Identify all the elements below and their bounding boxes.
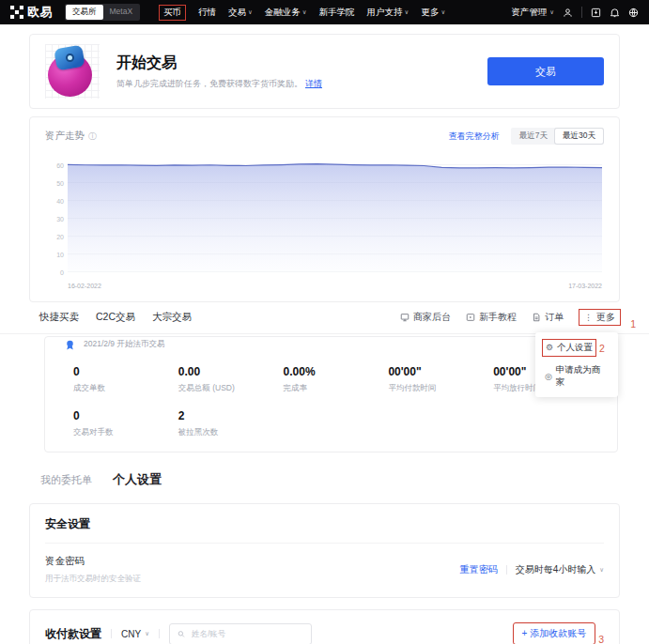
orders-button[interactable]: 订单 [532,311,564,324]
language-globe-icon[interactable] [628,8,639,18]
search-icon [178,630,185,638]
fund-password-actions: 重置密码 交易时每4小时输入 ∨ [460,563,604,576]
nav-item-academy[interactable]: 新手学院 [319,7,355,19]
tutorial-label: 新手教程 [479,311,517,324]
tab-personal-settings[interactable]: 个人设置 [113,471,162,488]
okx-fiat-trading-page: 欧易 交易所 MetaX 买币 行情 交易 ∨ 金融业务 ∨ 新手学院 用户支持… [0,0,649,644]
stat-value: 0 [73,365,178,378]
menu-item-become-merchant[interactable]: ◎ 申请成为商家 [542,362,611,391]
range-30d-button[interactable]: 最近30天 [555,129,603,144]
trade-button[interactable]: 交易 [487,57,604,85]
password-frequency-select[interactable]: 交易时每4小时输入 ∨ [516,563,604,576]
nav-divider [581,7,582,18]
notifications-bell-icon[interactable] [610,8,620,18]
tab-c2c-trade[interactable]: C2C交易 [96,311,135,324]
nav-menu: 买币 行情 交易 ∨ 金融业务 ∨ 新手学院 用户支持 ∨ 更多 ∨ [159,5,503,21]
hero-subtitle: 简单几步完成进阶任务，免费获得数字货币奖励。详情 [116,78,322,90]
nav-item-finance[interactable]: 金融业务 ∨ [265,7,307,19]
nav-item-buy-crypto[interactable]: 买币 [159,5,186,21]
tab-my-orders[interactable]: 我的委托单 [40,473,92,487]
y-axis-tick: 0 [47,269,64,276]
currency-select[interactable]: CNY ∨ [121,629,149,639]
divider [45,543,604,544]
add-payment-account-button[interactable]: + 添加收款账号 [513,622,596,644]
chart-header: 资产走势 ⓘ 查看完整分析 最近7天 最近30天 [45,128,604,145]
stats-grid: 0 成交单数 0.00 交易总额 (USD) 0.00% 完成率 00'00" … [73,365,598,438]
fiat-since-row: 2021/2/9 开始法币交易 [64,336,598,354]
profile-icon[interactable] [563,8,573,18]
dropdown-row-personal-settings: ⚙ 个人设置 2 [542,339,611,357]
vertical-divider [159,629,160,638]
x-axis-labels: 16-02-2022 17-03-2022 [68,283,602,289]
fund-password-info: 资金密码 用于法币交易时的安全验证 [45,555,141,585]
beginner-tutorial-button[interactable]: 新手教程 [466,311,517,324]
navbar-right: 资产管理 ∨ [511,7,639,19]
tab-quick-buy[interactable]: 快捷买卖 [39,311,79,324]
nav-item-support[interactable]: 用户支持 ∨ [367,7,409,19]
nav-item-more[interactable]: 更多 ∨ [421,7,445,19]
password-frequency-value: 交易时每4小时输入 [516,563,596,576]
stat-value: 0.00% [284,365,389,378]
more-actions-button[interactable]: ⋮ 更多 [579,309,621,326]
fund-password-title: 资金密码 [45,555,141,568]
merchant-badge-icon: ◎ [545,373,552,381]
chevron-down-icon: ∨ [549,9,554,16]
gear-icon: ⚙ [546,344,553,352]
stat-label: 交易对手数 [73,427,178,438]
hero-text: 开始交易 简单几步完成进阶任务，免费获得数字货币奖励。详情 [116,54,322,90]
range-7d-button[interactable]: 最近7天 [512,129,555,144]
tab-block-trade[interactable]: 大宗交易 [152,311,192,324]
settings-section-tabs: 我的委托单 个人设置 [29,471,620,488]
reset-password-link[interactable]: 重置密码 [460,563,498,576]
trade-tabbar: 快捷买卖 C2C交易 大宗交易 商家后台 新手教程 订单 ⋮ [0,302,649,334]
vertical-divider [506,565,507,575]
chart-header-right: 查看完整分析 最近7天 最近30天 [449,128,604,145]
okx-logo[interactable]: 欧易 [10,4,53,21]
nav-item-more-label: 更多 [421,7,439,19]
profile-stats-card: 2021/2/9 开始法币交易 0 成交单数 0.00 交易总额 (USD) 0… [44,336,618,452]
hero-subtitle-text: 简单几步完成进阶任务，免费获得数字货币奖励。 [116,79,302,88]
personal-settings-label: 个人设置 [557,342,593,354]
payment-settings-row: 收付款设置 CNY ∨ + 添加收款账号 3 [45,622,604,644]
stat-total-volume: 0.00 交易总额 (USD) [178,365,284,394]
mascot-illustration [45,44,100,99]
stat-completion-rate: 0.00% 完成率 [284,365,389,394]
chevron-down-icon: ∨ [302,9,307,16]
annotation-step-1: 1 [630,318,636,330]
full-analysis-link[interactable]: 查看完整分析 [449,130,500,143]
stat-label: 交易总额 (USD) [178,383,284,394]
more-dropdown-menu: ⚙ 个人设置 2 ◎ 申请成为商家 [535,332,618,397]
nav-item-markets[interactable]: 行情 [198,7,216,19]
trade-tabs: 快捷买卖 C2C交易 大宗交易 [39,311,192,324]
tutorial-icon [466,313,475,322]
account-search-input[interactable] [190,628,303,639]
stat-label: 成交单数 [73,383,178,394]
download-app-icon[interactable] [591,8,601,18]
y-axis-tick: 50 [47,179,64,186]
stat-avg-pay-time: 00'00" 平均付款时间 [388,365,493,394]
asset-trend-card: 资产走势 ⓘ 查看完整分析 最近7天 最近30天 [29,116,620,302]
toggle-metax[interactable]: MetaX [103,5,140,20]
info-icon[interactable]: ⓘ [88,130,97,143]
assets-menu[interactable]: 资产管理 ∨ [511,7,554,19]
add-account-wrap: + 添加收款账号 3 [513,622,604,644]
fiat-since-text: 2021/2/9 开始法币交易 [84,339,164,350]
dropdown-row-become-merchant: ◎ 申请成为商家 [542,362,611,391]
annotation-step-2: 2 [599,343,605,354]
toggle-exchange[interactable]: 交易所 [66,5,103,20]
range-toggle: 最近7天 最近30天 [511,128,604,145]
currency-value: CNY [121,629,141,639]
menu-item-personal-settings[interactable]: ⚙ 个人设置 [542,339,596,357]
area-chart-svg [68,156,602,272]
x-end-label: 17-03-2022 [568,283,602,289]
stat-label: 被拉黑次数 [178,427,284,438]
become-merchant-label: 申请成为商家 [556,364,609,389]
merchant-console-button[interactable]: 商家后台 [400,311,451,324]
y-axis-tick: 10 [47,251,64,257]
stat-counterparties: 0 交易对手数 [73,409,178,438]
details-link[interactable]: 详情 [305,79,322,88]
stat-blocked-count: 2 被拉黑次数 [178,409,284,438]
tabbar-actions: 商家后台 新手教程 订单 ⋮ 更多 [400,309,621,326]
chevron-down-icon: ∨ [405,9,409,16]
nav-item-trade[interactable]: 交易 ∨ [228,7,253,19]
